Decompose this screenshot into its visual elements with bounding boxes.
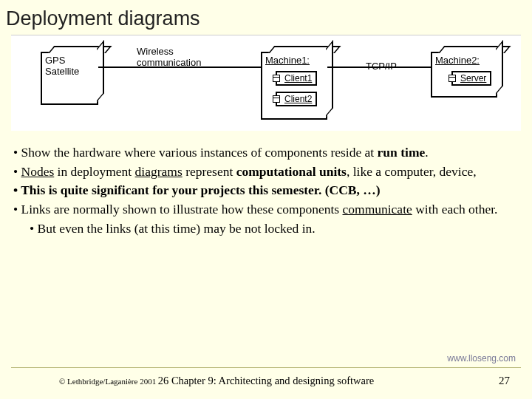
slide-title: Deployment diagrams [0,0,532,35]
bullet-1: • Show the hardware where various instan… [13,144,525,162]
node-label: Machine2: [432,53,496,67]
deployment-diagram: GPS Satellite Wireless communication Mac… [11,35,521,131]
node-label: GPS Satellite [42,53,97,78]
footer-page-number: 27 [499,375,510,387]
footer-url: www.lloseng.com [447,353,516,364]
bullet-2: • Nodes in deployment diagrams represent… [13,163,525,181]
slide-body: • Show the hardware where various instan… [0,131,532,237]
bullet-3: • This is quite significant for your pro… [13,182,525,200]
bullet-4: • Links are normally shown to illustrate… [13,201,525,219]
link-label-tcpip: TCP/IP [366,61,397,72]
link-label-wireless: Wireless communication [137,46,201,68]
component-server: Server [451,71,491,86]
footer-chapter: 26 Chapter 9: Architecting and designing… [0,375,532,387]
component-client1: Client1 [276,71,317,86]
bullet-4-sub: • But even the links (at this time) may … [30,220,525,238]
node-label: Machine1: [262,53,326,67]
node-gps-satellite: GPS Satellite [41,52,98,105]
footer-divider [11,367,521,368]
component-client2: Client2 [276,92,317,106]
node-machine1: Machine1: [261,52,327,120]
